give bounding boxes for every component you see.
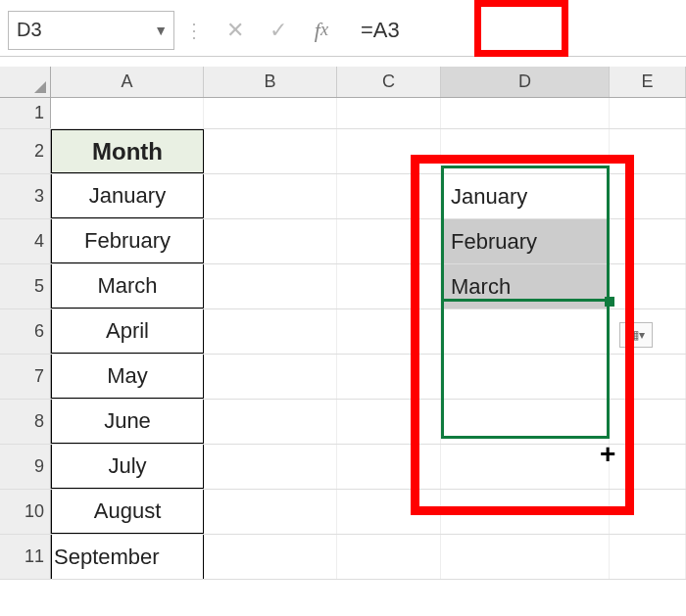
cell-d4[interactable]: February bbox=[441, 219, 610, 263]
cell-c2[interactable] bbox=[337, 129, 441, 173]
cell-b10[interactable] bbox=[204, 490, 337, 534]
cell-d3-active[interactable]: January bbox=[441, 174, 610, 218]
row-header[interactable]: 10 bbox=[0, 490, 51, 534]
cell-e5[interactable] bbox=[610, 264, 686, 308]
cell-b5[interactable] bbox=[204, 264, 337, 308]
column-headers: A B C D E bbox=[0, 67, 686, 98]
row: 5 March March bbox=[0, 264, 686, 309]
col-header-d[interactable]: D bbox=[441, 67, 610, 97]
col-header-b[interactable]: B bbox=[204, 67, 337, 97]
row-header[interactable]: 5 bbox=[0, 264, 51, 308]
cell-c6[interactable] bbox=[337, 309, 441, 354]
cell-a4[interactable]: February bbox=[51, 219, 204, 263]
name-box[interactable]: D3 ▼ bbox=[8, 11, 174, 50]
cell-d6[interactable] bbox=[441, 309, 610, 354]
cell-e10[interactable] bbox=[610, 490, 686, 534]
autofill-icon: ▦▾ bbox=[628, 328, 645, 342]
cell-d10[interactable] bbox=[441, 490, 610, 534]
row: 6 April bbox=[0, 309, 686, 355]
cell-e8[interactable] bbox=[610, 400, 686, 444]
cell-b6[interactable] bbox=[204, 309, 337, 354]
grid-rows: 1 2 Month 3 January January 4 bbox=[0, 98, 686, 580]
cell-c1[interactable] bbox=[337, 98, 441, 128]
cancel-button[interactable]: ✕ bbox=[214, 11, 257, 50]
row: 2 Month bbox=[0, 129, 686, 174]
cell-b7[interactable] bbox=[204, 355, 337, 399]
cell-b3[interactable] bbox=[204, 174, 337, 218]
cell-a9[interactable]: July bbox=[51, 445, 204, 489]
row: 3 January January bbox=[0, 174, 686, 219]
row: 4 February February bbox=[0, 219, 686, 264]
row: 1 bbox=[0, 98, 686, 129]
cell-a10[interactable]: August bbox=[51, 490, 204, 534]
cell-d2[interactable] bbox=[441, 129, 610, 173]
cell-a3[interactable]: January bbox=[51, 174, 204, 218]
spreadsheet-grid: A B C D E 1 2 Month 3 January bbox=[0, 67, 686, 580]
accept-button[interactable]: ✓ bbox=[257, 11, 300, 50]
chevron-down-icon[interactable]: ▼ bbox=[154, 23, 168, 38]
cell-b8[interactable] bbox=[204, 400, 337, 444]
separator-icon: ⋮ bbox=[184, 19, 204, 42]
row-header[interactable]: 9 bbox=[0, 445, 51, 489]
cell-c3[interactable] bbox=[337, 174, 441, 218]
cell-e4[interactable] bbox=[610, 219, 686, 263]
cell-b9[interactable] bbox=[204, 445, 337, 489]
fx-button[interactable]: fx bbox=[300, 11, 343, 50]
cell-d1[interactable] bbox=[441, 98, 610, 128]
cell-e9[interactable] bbox=[610, 445, 686, 489]
formula-text: =A3 bbox=[361, 18, 400, 43]
cell-b2[interactable] bbox=[204, 129, 337, 173]
name-box-value: D3 bbox=[17, 19, 42, 41]
formula-bar: D3 ▼ ⋮ ✕ ✓ fx =A3 bbox=[0, 0, 686, 57]
cell-d11[interactable] bbox=[441, 535, 610, 579]
cell-a7[interactable]: May bbox=[51, 355, 204, 399]
cell-a6[interactable]: April bbox=[51, 309, 204, 354]
cell-d9[interactable] bbox=[441, 445, 610, 489]
cell-e1[interactable] bbox=[610, 98, 686, 128]
col-header-a[interactable]: A bbox=[51, 67, 204, 97]
autofill-options-button[interactable]: ▦▾ bbox=[619, 322, 653, 348]
cell-b1[interactable] bbox=[204, 98, 337, 128]
cell-a2-month-header[interactable]: Month bbox=[51, 129, 204, 173]
row: 10 August bbox=[0, 490, 686, 535]
row-header[interactable]: 2 bbox=[0, 129, 51, 173]
select-all-corner[interactable] bbox=[0, 67, 51, 97]
row: 11 September bbox=[0, 535, 686, 580]
row-header[interactable]: 3 bbox=[0, 174, 51, 218]
cell-d8[interactable] bbox=[441, 400, 610, 444]
cell-e7[interactable] bbox=[610, 355, 686, 399]
cell-c11[interactable] bbox=[337, 535, 441, 579]
row: 7 May bbox=[0, 355, 686, 400]
cell-c4[interactable] bbox=[337, 219, 441, 263]
row-header[interactable]: 4 bbox=[0, 219, 51, 263]
cell-b4[interactable] bbox=[204, 219, 337, 263]
row-header[interactable]: 11 bbox=[0, 535, 51, 579]
row: 8 June bbox=[0, 400, 686, 445]
cell-d5[interactable]: March bbox=[441, 264, 610, 308]
cell-c7[interactable] bbox=[337, 355, 441, 399]
col-header-c[interactable]: C bbox=[337, 67, 441, 97]
formula-input[interactable]: =A3 bbox=[343, 11, 678, 50]
row-header[interactable]: 7 bbox=[0, 355, 51, 399]
row-header[interactable]: 1 bbox=[0, 98, 51, 128]
row-header[interactable]: 8 bbox=[0, 400, 51, 444]
col-header-e[interactable]: E bbox=[610, 67, 686, 97]
cell-b11[interactable] bbox=[204, 535, 337, 579]
cell-c10[interactable] bbox=[337, 490, 441, 534]
cell-c5[interactable] bbox=[337, 264, 441, 308]
cell-e2[interactable] bbox=[610, 129, 686, 173]
row-header[interactable]: 6 bbox=[0, 309, 51, 354]
cell-a5[interactable]: March bbox=[51, 264, 204, 308]
cell-a8[interactable]: June bbox=[51, 400, 204, 444]
cell-d7[interactable] bbox=[441, 355, 610, 399]
row: 9 July bbox=[0, 445, 686, 490]
cell-a1[interactable] bbox=[51, 98, 204, 128]
cell-e3[interactable] bbox=[610, 174, 686, 218]
cell-c9[interactable] bbox=[337, 445, 441, 489]
cell-a11[interactable]: September bbox=[51, 535, 204, 579]
cell-e11[interactable] bbox=[610, 535, 686, 579]
cell-c8[interactable] bbox=[337, 400, 441, 444]
